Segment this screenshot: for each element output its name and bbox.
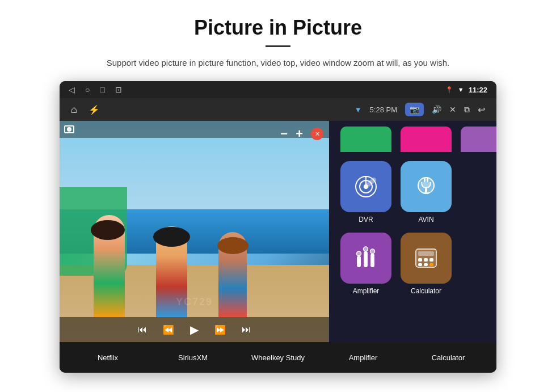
- pip-plus-btn[interactable]: +: [296, 127, 303, 141]
- prev-btn[interactable]: ⏪: [163, 324, 174, 335]
- dvr-icon-box: [340, 161, 391, 212]
- svg-rect-20: [418, 263, 422, 266]
- pip-btn[interactable]: ⧉: [464, 105, 470, 115]
- calculator-svg-icon: [414, 246, 439, 271]
- home-button[interactable]: ⌂: [71, 104, 77, 116]
- app-row-top-partial: [335, 127, 496, 152]
- seek-back-btn[interactable]: ⏮: [138, 324, 147, 335]
- close-btn[interactable]: ✕: [449, 105, 456, 114]
- bottom-siriusxm[interactable]: SiriusXM: [159, 353, 227, 362]
- avin-svg-icon: [415, 174, 437, 199]
- pip-close-icon: ✕: [315, 130, 320, 138]
- location-icon: 📍: [445, 86, 453, 94]
- app-row-1: DVR: [335, 161, 496, 224]
- action-bar-right: ▼ 5:28 PM 📷 🔊 ✕ ⧉ ↩: [355, 103, 485, 116]
- netflix-app-partial[interactable]: [340, 127, 391, 152]
- svg-rect-16: [418, 251, 434, 256]
- svg-rect-10: [364, 251, 368, 267]
- pip-close-button[interactable]: ✕: [311, 128, 323, 140]
- dvr-app[interactable]: DVR: [340, 161, 391, 224]
- seek-fwd-btn[interactable]: ⏭: [242, 324, 251, 335]
- pip-camera-icon: [64, 125, 74, 133]
- bottom-calculator[interactable]: Calculator: [414, 353, 482, 362]
- next-btn[interactable]: ⏩: [214, 324, 226, 335]
- media-bottom-controls: ⏮ ⏪ ▶ ⏩ ⏭: [60, 317, 329, 342]
- bottom-amplifier[interactable]: Amplifier: [329, 353, 397, 362]
- status-bar: ◁ ○ □ ⊡ 📍 ▼ 11:22: [60, 81, 496, 98]
- calculator-bottom-label: Calculator: [432, 353, 465, 362]
- pip-video-container[interactable]: YC729 − + ✕ ⏮: [60, 121, 329, 342]
- app-row-2: Amplifier: [335, 233, 496, 295]
- status-indicators: 📍 ▼ 11:22: [445, 86, 487, 94]
- main-content: YC729 − + ✕ ⏮: [60, 121, 496, 342]
- play-pause-btn[interactable]: ▶: [190, 323, 199, 336]
- pip-minus-btn[interactable]: −: [280, 127, 288, 141]
- title-divider: [266, 45, 290, 47]
- svg-rect-19: [429, 258, 433, 262]
- svg-point-13: [364, 247, 368, 251]
- siriusxm-bottom-label: SiriusXM: [178, 353, 208, 362]
- page-title: Picture in Picture: [194, 16, 362, 40]
- calculator-app[interactable]: Calculator: [401, 233, 452, 295]
- amplifier-app[interactable]: Amplifier: [340, 233, 391, 295]
- svg-rect-18: [424, 258, 428, 262]
- siriusxm-app-partial[interactable]: [401, 127, 452, 152]
- svg-rect-5: [424, 178, 426, 182]
- dvr-label: DVR: [359, 216, 373, 224]
- avin-label: AVIN: [418, 216, 433, 224]
- wifi-icon: ▼: [458, 86, 464, 93]
- avin-app[interactable]: AVIN: [401, 161, 452, 224]
- screenshot-icon[interactable]: ⊡: [115, 85, 122, 94]
- amplifier-icon-box: [340, 233, 391, 284]
- volume-icon[interactable]: 🔊: [432, 105, 441, 114]
- svg-rect-17: [418, 258, 422, 262]
- app-grid: DVR: [329, 121, 496, 342]
- svg-rect-21: [424, 263, 428, 266]
- back-btn[interactable]: ↩: [478, 104, 485, 115]
- page-description: Support video picture in picture functio…: [107, 56, 449, 70]
- action-bar-left: ⌂ ⚡: [71, 104, 100, 116]
- action-bar: ⌂ ⚡ ▼ 5:28 PM 📷 🔊 ✕ ⧉ ↩: [60, 98, 496, 121]
- wheelkey-app-partial[interactable]: [461, 127, 496, 152]
- amplifier-svg-icon: [353, 246, 378, 271]
- back-icon[interactable]: ◁: [69, 85, 75, 94]
- avin-icon-box: [401, 161, 452, 212]
- pip-resize-controls[interactable]: − + ✕: [280, 127, 323, 141]
- svg-rect-8: [423, 192, 429, 194]
- calculator-label: Calculator: [411, 287, 441, 295]
- clock: 11:22: [469, 86, 487, 94]
- video-background: YC729: [60, 121, 329, 342]
- dvr-svg-icon: [353, 174, 378, 199]
- wheelkey-bottom-label: Wheelkey Study: [251, 353, 305, 362]
- svg-rect-6: [427, 178, 428, 182]
- svg-rect-9: [357, 256, 361, 267]
- netflix-bottom-label: Netflix: [98, 353, 118, 362]
- svg-point-14: [370, 249, 375, 254]
- bottom-netflix[interactable]: Netflix: [74, 353, 142, 362]
- bottom-wheelkey[interactable]: Wheelkey Study: [244, 353, 312, 362]
- svg-rect-22: [429, 263, 433, 266]
- svg-point-12: [357, 251, 361, 256]
- svg-rect-7: [425, 188, 427, 192]
- watermark: YC729: [176, 296, 213, 308]
- bottom-labels-bar: Netflix SiriusXM Wheelkey Study Amplifie…: [60, 342, 496, 373]
- calculator-icon-box: [401, 233, 452, 284]
- home-icon[interactable]: ○: [85, 85, 90, 94]
- amplifier-bottom-label: Amplifier: [349, 353, 378, 362]
- wifi-signal-icon: ▼: [355, 106, 362, 114]
- usb-icon: ⚡: [89, 104, 100, 115]
- svg-rect-11: [370, 254, 374, 267]
- camera-button[interactable]: 📷: [405, 103, 424, 116]
- amplifier-label: Amplifier: [353, 287, 380, 295]
- recents-icon[interactable]: □: [100, 85, 104, 94]
- device-frame: ◁ ○ □ ⊡ 📍 ▼ 11:22 ⌂ ⚡ ▼ 5:28 PM 📷 🔊: [60, 81, 496, 373]
- nav-buttons: ◁ ○ □ ⊡: [69, 85, 122, 94]
- secondary-clock: 5:28 PM: [370, 106, 397, 114]
